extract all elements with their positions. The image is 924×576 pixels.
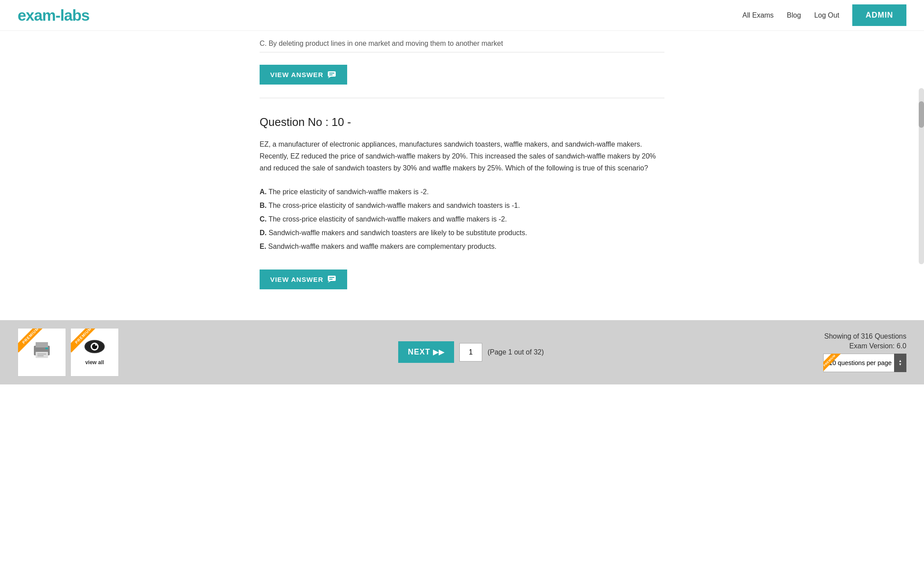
view-answer-button-prev[interactable]: VIEW ANSWER xyxy=(260,65,347,85)
answer-option: D. Sandwich-waffle makers and sandwich t… xyxy=(260,227,664,239)
scrollbar-thumb[interactable] xyxy=(919,101,924,128)
answer-option: A. The price elasticity of sandwich-waff… xyxy=(260,186,664,198)
per-page-select-wrapper: 10 questions per page20 questions per pa… xyxy=(823,354,906,372)
answer-option: C. The cross-price elasticity of sandwic… xyxy=(260,213,664,225)
footer-right: Showing of 316 Questions Exam Version: 6… xyxy=(823,332,906,372)
logo: exam-labs xyxy=(18,7,89,24)
answer-option: E. Sandwich-waffle makers and waffle mak… xyxy=(260,240,664,252)
next-arrows-icon: ▶▶ xyxy=(433,348,444,356)
question-text: EZ, a manufacturer of electronic applian… xyxy=(260,138,664,174)
question-10-section: Question No : 10 - EZ, a manufacturer of… xyxy=(260,103,664,307)
view-all-label: view all xyxy=(85,359,104,366)
question-number: Question No : 10 - xyxy=(260,116,664,129)
footer-center: NEXT ▶▶ (Page 1 out of 32) xyxy=(398,341,544,363)
svg-rect-7 xyxy=(329,279,333,280)
view-answer-button-q10[interactable]: VIEW ANSWER xyxy=(260,270,347,289)
admin-button[interactable]: ADMIN xyxy=(852,4,906,26)
view-all-premium-card[interactable]: PREMIUM view all xyxy=(70,328,119,377)
svg-rect-11 xyxy=(37,354,46,354)
per-page-select[interactable]: 10 questions per page20 questions per pa… xyxy=(823,354,906,372)
svg-rect-4 xyxy=(328,276,336,281)
footer-bar: PREMIUM PREMIUM xyxy=(0,320,924,384)
page-info: (Page 1 out of 32) xyxy=(488,348,544,356)
version-text: Exam Version: 6.0 xyxy=(823,342,906,350)
page-number-input[interactable] xyxy=(459,343,482,362)
main-content: C. By deleting product lines in one mark… xyxy=(242,31,682,307)
printer-icon xyxy=(31,340,52,362)
section-divider xyxy=(260,98,664,98)
svg-marker-1 xyxy=(328,77,331,78)
eye-icon xyxy=(83,339,106,358)
answer-options: A. The price elasticity of sandwich-waff… xyxy=(260,186,664,253)
svg-rect-2 xyxy=(329,73,334,74)
print-premium-card[interactable]: PREMIUM xyxy=(18,328,66,377)
next-button[interactable]: NEXT ▶▶ xyxy=(398,341,454,363)
svg-rect-10 xyxy=(36,352,48,358)
svg-rect-9 xyxy=(36,342,48,347)
svg-rect-0 xyxy=(328,71,336,77)
svg-point-18 xyxy=(95,344,97,346)
svg-rect-3 xyxy=(329,74,333,75)
svg-rect-6 xyxy=(329,277,334,278)
svg-marker-5 xyxy=(328,281,331,283)
svg-rect-12 xyxy=(37,355,44,356)
nav-blog[interactable]: Blog xyxy=(787,11,801,19)
svg-rect-13 xyxy=(45,347,48,349)
showing-text: Showing of 316 Questions xyxy=(823,332,906,340)
chat-icon xyxy=(328,71,337,78)
answer-option: B. The cross-price elasticity of sandwic… xyxy=(260,199,664,211)
nav-all-exams[interactable]: All Exams xyxy=(742,11,774,19)
scrollbar[interactable] xyxy=(919,88,924,264)
per-page-select-wrap: PREMIUM 10 questions per page20 question… xyxy=(823,354,906,372)
nav-logout[interactable]: Log Out xyxy=(814,11,839,19)
footer-left: PREMIUM PREMIUM xyxy=(18,328,119,377)
header: exam-labs All Exams Blog Log Out ADMIN xyxy=(0,0,924,31)
chat-icon-q10 xyxy=(328,276,337,283)
nav: All Exams Blog Log Out ADMIN xyxy=(742,4,906,26)
prev-question-tail: C. By deleting product lines in one mark… xyxy=(260,31,664,52)
